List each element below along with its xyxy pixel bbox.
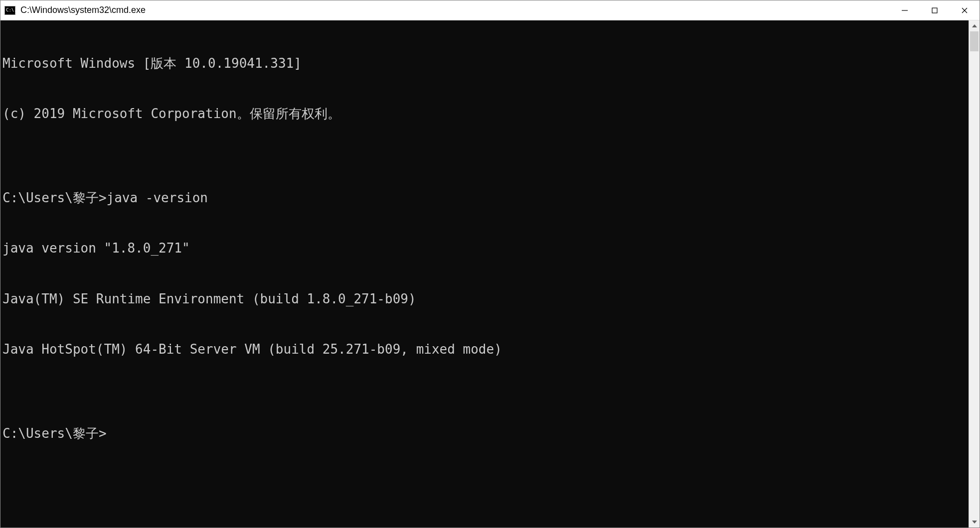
terminal-output[interactable]: Microsoft Windows [版本 10.0.19041.331] (c…: [0, 20, 969, 528]
scroll-track[interactable]: [969, 31, 980, 517]
content-area: Microsoft Windows [版本 10.0.19041.331] (c…: [0, 20, 980, 528]
cmd-window: C:\. C:\Windows\system32\cmd.exe Microso…: [0, 0, 980, 528]
scroll-down-arrow[interactable]: [969, 517, 980, 528]
maximize-icon: [931, 7, 938, 14]
chevron-up-icon: [972, 24, 977, 27]
window-controls: [890, 0, 980, 20]
maximize-button[interactable]: [920, 0, 950, 20]
cmd-icon: C:\.: [4, 6, 15, 15]
scroll-up-arrow[interactable]: [969, 20, 980, 31]
svg-rect-1: [932, 8, 937, 13]
terminal-line: Java HotSpot(TM) 64-Bit Server VM (build…: [2, 341, 967, 358]
close-icon: [961, 7, 968, 14]
vertical-scrollbar[interactable]: [969, 20, 980, 528]
window-title: C:\Windows\system32\cmd.exe: [20, 5, 146, 15]
terminal-line: java version "1.8.0_271": [2, 240, 967, 257]
titlebar[interactable]: C:\. C:\Windows\system32\cmd.exe: [0, 0, 980, 20]
cmd-icon-text: C:\.: [6, 8, 17, 12]
minimize-button[interactable]: [890, 0, 920, 20]
terminal-line: C:\Users\黎子>: [2, 425, 967, 442]
terminal-line: (c) 2019 Microsoft Corporation。保留所有权利。: [2, 106, 967, 123]
scroll-thumb[interactable]: [970, 31, 979, 51]
minimize-icon: [901, 7, 908, 14]
close-button[interactable]: [950, 0, 980, 20]
terminal-line: Microsoft Windows [版本 10.0.19041.331]: [2, 55, 967, 72]
terminal-line: C:\Users\黎子>java -version: [2, 190, 967, 207]
titlebar-left: C:\. C:\Windows\system32\cmd.exe: [0, 5, 146, 15]
terminal-line: Java(TM) SE Runtime Environment (build 1…: [2, 291, 967, 308]
chevron-down-icon: [972, 521, 977, 524]
